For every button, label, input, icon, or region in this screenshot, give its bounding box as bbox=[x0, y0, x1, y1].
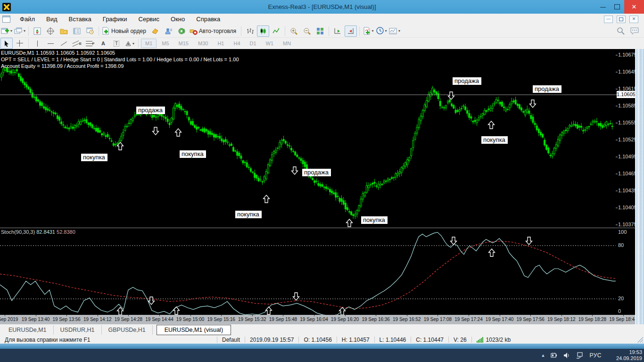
candle-body bbox=[283, 139, 284, 140]
timeframe-m1[interactable]: M1 bbox=[141, 39, 157, 48]
chart-shift-button[interactable] bbox=[345, 25, 357, 37]
candle-body bbox=[175, 104, 176, 108]
timeframe-m5[interactable]: M5 bbox=[157, 39, 173, 48]
text-button[interactable]: A bbox=[97, 38, 109, 49]
timeframe-m30[interactable]: M30 bbox=[194, 39, 212, 48]
signal-arrow-up-icon bbox=[264, 195, 270, 203]
crosshair-tool-button[interactable] bbox=[14, 38, 26, 49]
timeframe-h4[interactable]: H4 bbox=[229, 39, 244, 48]
menu-help[interactable]: Справка bbox=[190, 14, 226, 24]
tab-eurusd-m1-visual[interactable]: EURUSDe,M1 (visual) bbox=[157, 325, 231, 335]
line-chart-button[interactable] bbox=[270, 25, 282, 37]
trendline-button[interactable] bbox=[58, 38, 70, 49]
battery-icon[interactable] bbox=[551, 352, 558, 359]
candle-body bbox=[107, 134, 108, 137]
menu-tools[interactable]: Сервис bbox=[133, 14, 165, 24]
menu-insert[interactable]: Вставка bbox=[63, 14, 97, 24]
tab-eurusd-m1[interactable]: EURUSDe,M1 bbox=[2, 325, 54, 335]
horizontal-line-icon bbox=[48, 43, 54, 44]
resize-grip[interactable] bbox=[637, 337, 643, 343]
candle-body bbox=[341, 198, 342, 201]
profiles-button[interactable]: ▾ bbox=[14, 25, 26, 37]
candle-body bbox=[469, 113, 470, 117]
taskbar-clock[interactable]: 19:53 24.09.2019 bbox=[609, 349, 642, 362]
autotrading-button[interactable]: Авто-торговля bbox=[189, 25, 239, 37]
menu-charts[interactable]: Графики bbox=[97, 14, 133, 24]
fibonacci-button[interactable]: F bbox=[84, 38, 96, 49]
mdi-restore-button[interactable] bbox=[617, 16, 626, 23]
timeframe-mn[interactable]: MN bbox=[279, 39, 295, 48]
volume-icon[interactable] bbox=[563, 352, 570, 359]
chart-window-icon[interactable] bbox=[2, 16, 10, 23]
timeframe-m15[interactable]: M15 bbox=[174, 39, 193, 48]
stochastic-header: Stoch(90,30,3) 82.8431 52.8380 bbox=[1, 229, 75, 235]
new-chart-button[interactable]: ▾ bbox=[0, 25, 13, 37]
auto-scroll-button[interactable] bbox=[331, 25, 344, 37]
time-axis-label: 19 Sep 18:44 bbox=[602, 317, 635, 322]
time-axis[interactable]: 19 Sep 201919 Sep 13:4019 Sep 13:5619 Se… bbox=[0, 315, 635, 324]
zoom-in-button[interactable] bbox=[288, 25, 300, 37]
candle-body bbox=[411, 149, 412, 156]
minimize-button[interactable]: — bbox=[596, 0, 610, 14]
terminal-button[interactable] bbox=[71, 25, 83, 37]
metaeditor-button[interactable] bbox=[149, 25, 162, 37]
candle-body bbox=[368, 186, 370, 188]
candle-body bbox=[578, 126, 580, 127]
menu-file[interactable]: Файл bbox=[14, 14, 41, 24]
candle-body bbox=[465, 107, 466, 110]
search-icon[interactable] bbox=[617, 27, 625, 35]
templates-button[interactable]: ▾ bbox=[388, 25, 401, 37]
timeframe-d1[interactable]: D1 bbox=[246, 39, 261, 48]
timeframe-h1[interactable]: H1 bbox=[213, 39, 228, 48]
tray-expand-icon[interactable]: ▲ bbox=[541, 353, 545, 358]
candle-body bbox=[300, 158, 302, 160]
language-indicator[interactable]: РУС bbox=[589, 352, 602, 359]
menu-window[interactable]: Окно bbox=[165, 14, 190, 24]
maximize-button[interactable] bbox=[610, 0, 624, 14]
tab-usdrur-h1[interactable]: USDRUR,H1 bbox=[54, 325, 102, 335]
candlestick-chart-button[interactable] bbox=[257, 25, 269, 37]
network-icon[interactable] bbox=[576, 352, 584, 359]
horizontal-line-button[interactable] bbox=[44, 38, 57, 49]
window-bottom-border bbox=[0, 344, 644, 349]
tile-windows-button[interactable] bbox=[314, 25, 326, 37]
account-equity-line: Account Equity = 11398.09 / Account Prof… bbox=[1, 63, 239, 69]
vertical-scrollbar[interactable] bbox=[635, 49, 644, 324]
candle-body bbox=[443, 107, 445, 108]
new-order-button[interactable]: Новый ордер bbox=[101, 25, 149, 37]
indicators-button[interactable]: ▾ bbox=[362, 25, 374, 37]
taskbar[interactable]: ▲ РУС 19:53 24.09.2019 bbox=[0, 349, 644, 362]
chat-icon[interactable] bbox=[630, 27, 639, 35]
candle-body bbox=[171, 118, 172, 122]
periods-button[interactable]: ▾ bbox=[375, 25, 388, 37]
mql5-community-button[interactable] bbox=[163, 25, 175, 37]
candle-body bbox=[495, 99, 497, 103]
candle-body bbox=[414, 133, 416, 140]
candle-body bbox=[416, 127, 418, 133]
channel-button[interactable]: E bbox=[71, 38, 83, 49]
status-profile[interactable]: Default bbox=[217, 337, 245, 343]
text-label-button[interactable]: T bbox=[110, 38, 123, 49]
main-chart[interactable]: EURUSDe,M1 1.10593 1.10605 1.10592 1.106… bbox=[0, 49, 635, 228]
close-button[interactable]: ✕ bbox=[624, 0, 644, 14]
candle-body bbox=[585, 130, 586, 130]
arrows-tool-button[interactable]: ▾ bbox=[124, 38, 136, 49]
vertical-line-button[interactable] bbox=[31, 38, 43, 49]
stochastic-panel[interactable]: Stoch(90,30,3) 82.8431 52.8380 10080200 bbox=[0, 228, 635, 315]
zoom-out-button[interactable] bbox=[301, 25, 313, 37]
mdi-minimize-button[interactable]: — bbox=[604, 16, 613, 23]
data-window-button[interactable] bbox=[44, 25, 57, 37]
cursor-button[interactable] bbox=[0, 38, 13, 49]
navigator-button[interactable] bbox=[58, 25, 70, 37]
timeframe-w1[interactable]: W1 bbox=[262, 39, 278, 48]
mdi-close-button[interactable]: ✕ bbox=[629, 16, 638, 23]
signals-button[interactable] bbox=[176, 25, 188, 37]
bar-chart-button[interactable] bbox=[244, 25, 256, 37]
status-close: C: 1.10447 bbox=[411, 337, 448, 343]
terminal-icon bbox=[73, 27, 81, 35]
market-watch-button[interactable] bbox=[31, 25, 43, 37]
menu-view[interactable]: Вид bbox=[41, 14, 63, 24]
dropdown-caret-icon: ▾ bbox=[10, 29, 12, 33]
tab-gbpusd-h1[interactable]: GBPUSDe,H1 bbox=[102, 325, 153, 335]
strategy-tester-button[interactable] bbox=[84, 25, 96, 37]
